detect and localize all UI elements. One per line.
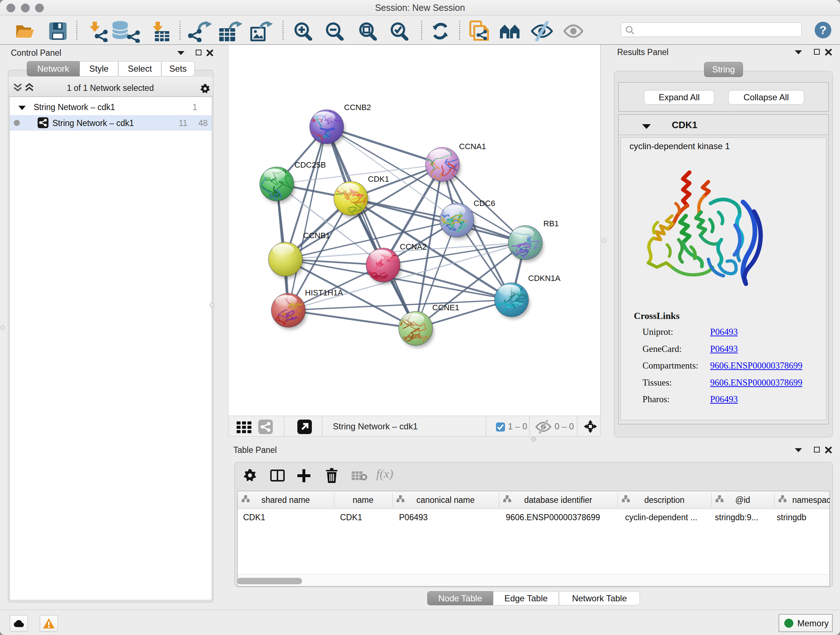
svg-text:CCNE1: CCNE1 — [432, 303, 459, 312]
svg-text:CCNA2: CCNA2 — [400, 242, 427, 251]
svg-text:CDK1: CDK1 — [368, 174, 389, 184]
svg-text:CCNA1: CCNA1 — [459, 142, 486, 151]
svg-text:CCNB2: CCNB2 — [344, 103, 371, 112]
svg-text:RB1: RB1 — [543, 219, 559, 228]
svg-text:CDKN1A: CDKN1A — [528, 274, 561, 283]
svg-text:CDC25B: CDC25B — [294, 160, 326, 169]
svg-text:HIST1H1A: HIST1H1A — [305, 288, 343, 297]
svg-text:CDC6: CDC6 — [474, 199, 495, 208]
svg-text:CCNB1: CCNB1 — [303, 231, 330, 240]
